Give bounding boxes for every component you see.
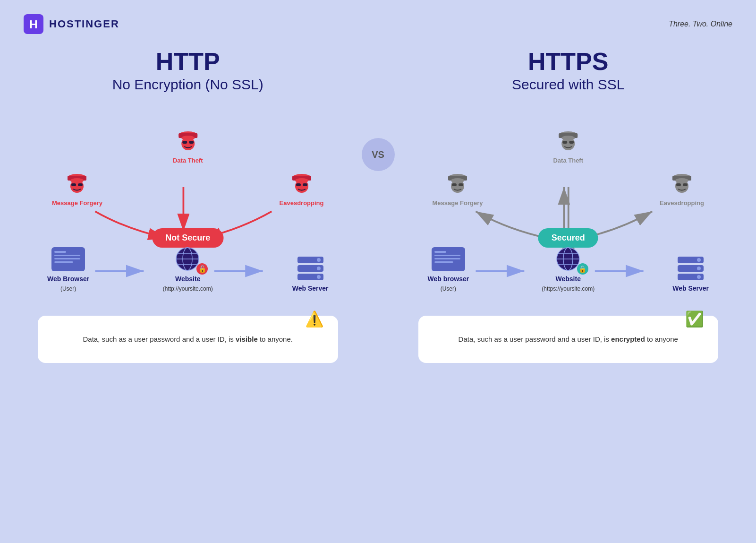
svg-rect-17 bbox=[182, 141, 187, 144]
svg-rect-60 bbox=[569, 141, 574, 144]
svg-rect-66 bbox=[683, 183, 688, 186]
logo: H HOSTINGER bbox=[24, 14, 119, 34]
svg-rect-65 bbox=[676, 183, 681, 186]
http-info-text: Data, such as a user password and a user… bbox=[83, 334, 293, 345]
http-data-theft-label: Data Theft bbox=[173, 157, 203, 164]
http-server-icon bbox=[293, 256, 328, 282]
http-server: Web Server bbox=[292, 256, 329, 292]
svg-rect-53 bbox=[452, 183, 457, 186]
svg-rect-70 bbox=[434, 258, 460, 259]
vs-label: VS bbox=[362, 138, 395, 171]
svg-rect-26 bbox=[54, 251, 66, 253]
http-website: 🔓 Website (http://yoursite.com) bbox=[163, 246, 213, 292]
page-wrapper: H HOSTINGER Three. Two. Online HTTP No E… bbox=[0, 0, 756, 543]
svg-rect-11 bbox=[71, 183, 76, 186]
hacker-icon-left bbox=[63, 169, 91, 198]
http-hacker-left: Message Forgery bbox=[52, 169, 102, 207]
http-browser-label: Web Browser bbox=[47, 275, 89, 283]
tagline: Three. Two. Online bbox=[669, 20, 732, 28]
http-hacker-top: Data Theft bbox=[173, 127, 203, 164]
http-heading: HTTP bbox=[112, 48, 263, 75]
https-data-theft-label: Data Theft bbox=[553, 157, 583, 164]
svg-point-52 bbox=[451, 180, 464, 193]
vs-divider: VS bbox=[362, 48, 395, 171]
https-browser: Web browser (User) bbox=[428, 246, 469, 292]
svg-point-10 bbox=[70, 180, 84, 193]
http-browser: Web Browser (User) bbox=[47, 246, 89, 292]
svg-rect-29 bbox=[54, 261, 73, 263]
header: H HOSTINGER Three. Two. Online bbox=[24, 14, 732, 34]
https-hacker-right: Eavesdropping bbox=[660, 169, 704, 207]
http-website-label: Website bbox=[175, 275, 200, 283]
https-hacker-icon-top bbox=[554, 127, 582, 155]
svg-rect-23 bbox=[296, 183, 301, 186]
http-security-badge: Not Secure bbox=[152, 228, 223, 248]
svg-point-41 bbox=[317, 275, 321, 279]
hostinger-logo-icon: H bbox=[24, 14, 43, 34]
https-eavesdrop-label: Eavesdropping bbox=[660, 199, 704, 207]
http-title: HTTP No Encryption (No SSL) bbox=[112, 48, 263, 94]
http-hacker-right: Eavesdropping bbox=[280, 169, 324, 207]
logo-text: HOSTINGER bbox=[49, 18, 119, 30]
svg-rect-28 bbox=[54, 258, 80, 259]
http-info-box: ⚠️ Data, such as a user password and a u… bbox=[38, 316, 338, 363]
https-server-icon bbox=[673, 256, 708, 282]
svg-point-82 bbox=[697, 267, 701, 270]
https-security-badge: Secured bbox=[538, 228, 598, 248]
svg-point-83 bbox=[697, 275, 701, 279]
svg-point-58 bbox=[561, 137, 575, 150]
svg-rect-18 bbox=[189, 141, 194, 144]
svg-rect-24 bbox=[303, 183, 307, 186]
svg-rect-71 bbox=[434, 261, 453, 263]
svg-rect-54 bbox=[459, 183, 463, 186]
https-info-text: Data, such as a user password and a user… bbox=[459, 334, 678, 345]
svg-rect-27 bbox=[54, 255, 80, 256]
https-website: 🔒 Website (https://yoursite.com) bbox=[542, 246, 595, 292]
https-website-label: Website bbox=[556, 275, 581, 283]
http-eavesdrop-label: Eavesdropping bbox=[280, 199, 324, 207]
https-website-sublabel: (https://yoursite.com) bbox=[542, 285, 595, 292]
https-title: HTTPS Secured with SSL bbox=[512, 48, 624, 94]
https-info-box: ✅ Data, such as a user password and a us… bbox=[418, 316, 719, 363]
svg-point-39 bbox=[317, 258, 321, 262]
https-browser-label: Web browser bbox=[428, 275, 469, 283]
https-heading: HTTPS bbox=[512, 48, 624, 75]
https-hacker-icon-left bbox=[443, 169, 472, 198]
https-browser-icon bbox=[431, 246, 466, 272]
svg-point-40 bbox=[317, 267, 321, 270]
svg-point-64 bbox=[675, 180, 688, 193]
svg-point-22 bbox=[295, 180, 308, 193]
svg-rect-69 bbox=[434, 255, 460, 256]
https-hacker-icon-right bbox=[668, 169, 696, 198]
https-check-icon: ✅ bbox=[685, 307, 704, 331]
svg-text:H: H bbox=[29, 18, 37, 31]
http-msg-forgery-label: Message Forgery bbox=[52, 199, 102, 207]
http-subtitle: No Encryption (No SSL) bbox=[112, 75, 263, 94]
https-panel: HTTPS Secured with SSL bbox=[404, 48, 733, 363]
http-panel: HTTP No Encryption (No SSL) bbox=[24, 48, 352, 363]
svg-rect-12 bbox=[78, 183, 83, 186]
http-server-label: Web Server bbox=[292, 284, 329, 292]
https-hacker-left: Message Forgery bbox=[433, 169, 483, 207]
http-browser-icon bbox=[51, 246, 86, 272]
hacker-icon-top bbox=[174, 127, 202, 155]
http-warning-icon: ⚠️ bbox=[305, 307, 324, 331]
http-website-sublabel: (http://yoursite.com) bbox=[163, 285, 213, 292]
svg-rect-59 bbox=[562, 141, 567, 144]
https-lock-icon: 🔒 bbox=[577, 263, 588, 275]
https-subtitle: Secured with SSL bbox=[512, 75, 624, 94]
https-server-label: Web Server bbox=[672, 284, 709, 292]
http-browser-sublabel: (User) bbox=[60, 285, 76, 292]
https-msg-forgery-label: Message Forgery bbox=[433, 199, 483, 207]
http-lock-icon: 🔓 bbox=[196, 263, 208, 275]
svg-rect-68 bbox=[434, 251, 446, 253]
hacker-icon-right bbox=[288, 169, 316, 198]
svg-point-16 bbox=[181, 137, 195, 150]
https-hacker-top: Data Theft bbox=[553, 127, 583, 164]
svg-point-81 bbox=[697, 258, 701, 262]
https-browser-sublabel: (User) bbox=[441, 285, 456, 292]
https-server: Web Server bbox=[672, 256, 709, 292]
